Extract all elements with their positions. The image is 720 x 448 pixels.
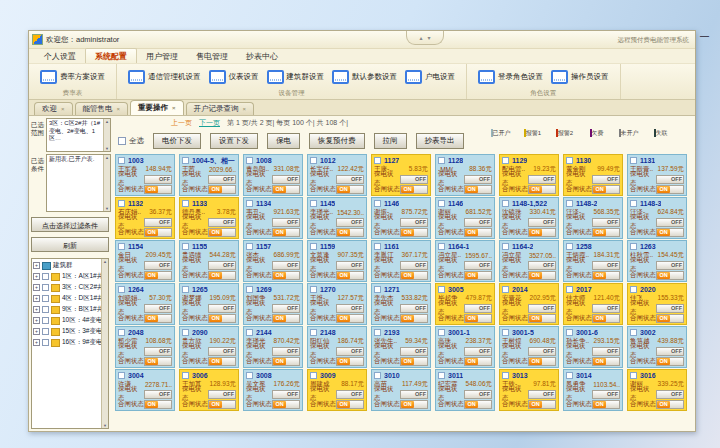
baodian-toggle[interactable]: OFF <box>144 261 173 270</box>
action-button[interactable]: 设置下发 <box>210 133 258 149</box>
ribbon-button[interactable]: 登录角色设置 <box>474 68 547 86</box>
tree-item[interactable]: + 16区：9#变电站（9#… <box>33 337 101 348</box>
hezha-toggle[interactable]: ON <box>272 228 300 237</box>
close-icon[interactable]: × <box>172 105 176 111</box>
baodian-toggle[interactable]: OFF <box>336 390 365 399</box>
meter-card[interactable]: 1133 德丹奥.. 3.78元 保电状态 OFF <box>179 197 239 239</box>
hezha-toggle[interactable]: ON <box>400 314 428 323</box>
hezha-toggle[interactable]: ON <box>400 357 428 366</box>
hezha-toggle[interactable]: ON <box>208 228 236 237</box>
meter-card[interactable]: 1155 贵遇绩 544.28元 保电状态 OFF <box>179 240 239 282</box>
meter-checkbox[interactable] <box>118 200 125 207</box>
meter-checkbox[interactable] <box>118 243 125 250</box>
expander-icon[interactable]: + <box>33 339 40 346</box>
close-icon[interactable]: × <box>243 106 247 112</box>
hezha-toggle[interactable]: ON <box>592 400 620 409</box>
baodian-toggle[interactable]: OFF <box>272 261 301 270</box>
hezha-toggle[interactable]: ON <box>528 185 556 194</box>
tree-checkbox[interactable] <box>42 284 49 291</box>
expander-icon[interactable]: + <box>33 328 40 335</box>
prev-page-link[interactable]: 上一页 <box>171 118 192 128</box>
baodian-toggle[interactable]: OFF <box>464 304 493 313</box>
action-button[interactable]: 电价下发 <box>153 133 201 149</box>
baodian-toggle[interactable]: OFF <box>528 347 557 356</box>
meter-checkbox[interactable] <box>630 200 637 207</box>
meter-card[interactable]: 1161 李胤江 367.17元 保电状态 OFF <box>371 240 431 282</box>
baodian-toggle[interactable]: OFF <box>592 261 621 270</box>
expander-icon[interactable]: + <box>33 284 40 291</box>
meter-card[interactable]: 3009 周建成 88.17元 保电状态 OFF <box>307 369 367 411</box>
meter-checkbox[interactable] <box>118 372 125 379</box>
baodian-toggle[interactable]: OFF <box>656 175 685 184</box>
minimize-button[interactable]: — <box>700 32 709 41</box>
scroll-up-icon[interactable]: ▲ <box>105 155 109 160</box>
refresh-button[interactable]: 刷新 <box>31 237 109 252</box>
baodian-toggle[interactable]: OFF <box>400 218 429 227</box>
baodian-toggle[interactable]: OFF <box>272 304 301 313</box>
hezha-toggle[interactable]: ON <box>528 228 556 237</box>
hezha-toggle[interactable]: ON <box>208 357 236 366</box>
choose-filter-button[interactable]: 点击选择过滤条件 <box>31 217 109 232</box>
action-button[interactable]: 抄表导出 <box>416 133 464 149</box>
document-tab[interactable]: 开户记录查询 × <box>186 102 255 115</box>
selected-cond-box[interactable]: 新用表,已开户表. ▲ ▼ <box>46 154 111 212</box>
hezha-toggle[interactable]: ON <box>336 314 364 323</box>
baodian-toggle[interactable]: OFF <box>336 304 365 313</box>
baodian-toggle[interactable]: OFF <box>144 390 173 399</box>
meter-checkbox[interactable] <box>566 200 573 207</box>
baodian-toggle[interactable]: OFF <box>528 261 557 270</box>
hezha-toggle[interactable]: ON <box>208 400 236 409</box>
baodian-toggle[interactable]: OFF <box>272 390 301 399</box>
hezha-toggle[interactable]: ON <box>144 185 172 194</box>
hezha-toggle[interactable]: ON <box>592 271 620 280</box>
hezha-toggle[interactable]: ON <box>400 271 428 280</box>
meter-card[interactable]: 3004 许谦 2278.71.. 保电状态 OFF <box>115 369 175 411</box>
meter-checkbox[interactable] <box>374 329 381 336</box>
ribbon-button[interactable]: 操作员设置 <box>547 68 613 86</box>
tree-item[interactable]: + 1区：A区1#井 <box>33 271 101 282</box>
hezha-toggle[interactable]: ON <box>464 185 492 194</box>
hezha-toggle[interactable]: ON <box>208 271 236 280</box>
baodian-toggle[interactable]: OFF <box>272 218 301 227</box>
meter-card[interactable]: 3002 鲁笃越 439.88元 保电状态 OFF <box>627 326 687 368</box>
scroll-up-icon[interactable]: ▲ <box>103 259 107 264</box>
baodian-toggle[interactable]: OFF <box>528 175 557 184</box>
tree-item[interactable]: + 10区：4#变电所（4区… <box>33 315 101 326</box>
meter-checkbox[interactable] <box>182 243 189 250</box>
hezha-toggle[interactable]: ON <box>464 314 492 323</box>
meter-checkbox[interactable] <box>438 286 445 293</box>
meter-card[interactable]: 1008 青岛朗.. 331.08元 保电状态 OFF <box>243 154 303 196</box>
hezha-toggle[interactable]: ON <box>144 228 172 237</box>
meter-card[interactable]: 1146 谢丽 681.52元 保电状态 OFF <box>435 197 495 239</box>
meter-checkbox[interactable] <box>246 157 253 164</box>
meter-checkbox[interactable] <box>182 157 189 164</box>
meter-card[interactable]: 1164-2 冯立星 3527.05.. 保电状态 OFF <box>499 240 559 282</box>
meter-checkbox[interactable] <box>246 286 253 293</box>
meter-card[interactable]: 3011 纪宏霖 548.06元 保电状态 OFF <box>435 369 495 411</box>
meter-checkbox[interactable] <box>630 157 637 164</box>
baodian-toggle[interactable]: OFF <box>400 175 429 184</box>
document-tab[interactable]: 重要操作 × <box>130 100 184 115</box>
tree-item[interactable]: + 4区：D区1#井（1区1#… <box>33 293 101 304</box>
meter-card[interactable]: 1004-5、相一 王茜 2029.66.. 保电状态 OFF <box>179 154 239 196</box>
hezha-toggle[interactable]: ON <box>592 357 620 366</box>
baodian-toggle[interactable]: OFF <box>336 175 365 184</box>
hezha-toggle[interactable]: ON <box>336 185 364 194</box>
ribbon-button[interactable]: 户电设置 <box>401 68 459 86</box>
meter-card[interactable]: 1265 谢梦娜 195.09元 保电状态 OFF <box>179 283 239 325</box>
hezha-toggle[interactable]: ON <box>400 185 428 194</box>
meter-card[interactable]: 1270 王维-.. 127.57元 保电状态 OFF <box>307 283 367 325</box>
meter-card[interactable]: 3001-6 孙长争.. 293.15元 保电状态 OFF <box>563 326 623 368</box>
hezha-toggle[interactable]: ON <box>144 400 172 409</box>
baodian-toggle[interactable]: OFF <box>528 218 557 227</box>
baodian-toggle[interactable]: OFF <box>464 218 493 227</box>
hezha-toggle[interactable]: ON <box>272 400 300 409</box>
baodian-toggle[interactable]: OFF <box>592 218 621 227</box>
meter-card[interactable]: 3005 毕起争 479.87元 保电状态 OFF <box>435 283 495 325</box>
ribbon-tab[interactable]: 个人设置 <box>35 49 85 63</box>
action-button[interactable]: 拉闸 <box>374 133 407 149</box>
meter-card[interactable]: 1145 李瑾光.. 1542.30.. 保电状态 OFF <box>307 197 367 239</box>
meter-card[interactable]: 1264 刘晓娟.. 57.30元 保电状态 OFF <box>115 283 175 325</box>
hezha-toggle[interactable]: ON <box>144 357 172 366</box>
meter-checkbox[interactable] <box>438 200 445 207</box>
